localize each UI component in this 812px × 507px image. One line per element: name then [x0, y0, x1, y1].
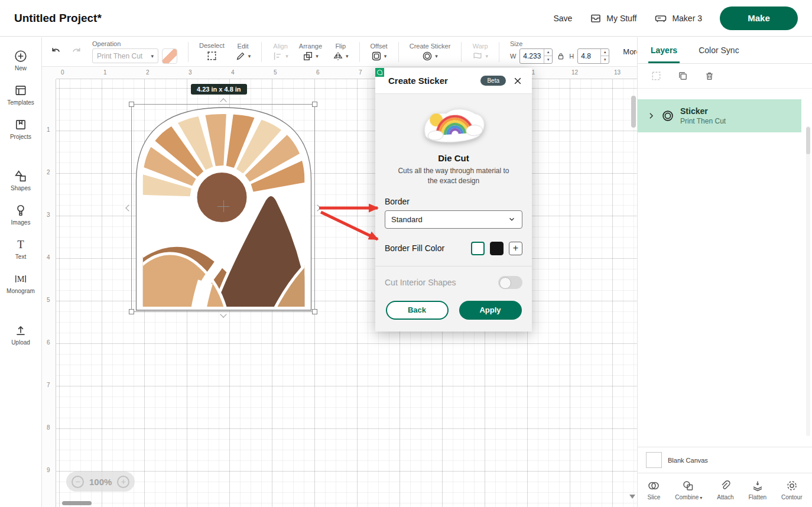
toolbar-divider: [188, 42, 189, 62]
size-label: Size: [510, 40, 522, 47]
make-button[interactable]: Make: [720, 6, 798, 30]
redo-button[interactable]: [69, 44, 85, 60]
duplicate-icon[interactable]: [677, 70, 688, 82]
chevron-down-icon: [508, 215, 516, 223]
resize-handle-top-right[interactable]: [312, 102, 317, 107]
layer-actions-row: [638, 64, 812, 89]
select-all-icon[interactable]: [651, 70, 662, 82]
combine-label: Combine: [675, 494, 699, 500]
combine-icon: [682, 480, 695, 492]
apply-button[interactable]: Apply: [459, 301, 522, 320]
zoom-level: 100%: [89, 477, 112, 487]
sidebar-label: Upload: [11, 339, 30, 346]
undo-button[interactable]: [48, 44, 64, 60]
width-steppers[interactable]: ▲▼: [544, 49, 552, 63]
step-up-icon[interactable]: ▲: [544, 49, 552, 57]
design-canvas[interactable]: 4.23 in x 4.8 in − 100% + 0 1 2 3 4 5 6 …: [42, 67, 637, 507]
new-icon: [14, 50, 27, 63]
blank-canvas-row[interactable]: Blank Canvas: [638, 447, 812, 473]
cut-interior-toggle[interactable]: [498, 276, 522, 289]
sidebar-item-upload[interactable]: Upload: [2, 320, 40, 350]
offset-icon: [371, 51, 382, 61]
expand-chevron-icon[interactable]: [647, 112, 655, 120]
top-bar: Untitled Project* Save My Stuff Maker 3 …: [0, 0, 812, 37]
operation-color-swatch[interactable]: [162, 48, 177, 64]
images-icon: [14, 204, 27, 217]
step-down-icon[interactable]: ▼: [544, 56, 552, 63]
lock-icon[interactable]: [556, 51, 566, 61]
height-input[interactable]: 4.8 ▲▼: [577, 48, 609, 64]
offset-tool[interactable]: Offset ▾: [368, 43, 391, 61]
close-icon[interactable]: [512, 75, 524, 87]
new-feature-icon: [375, 68, 384, 77]
height-steppers[interactable]: ▲▼: [600, 49, 609, 63]
chevron-down-icon: ▾: [285, 53, 288, 59]
horizontal-scrollbar-thumb[interactable]: [62, 501, 92, 505]
combine-button[interactable]: Combine▾: [675, 480, 702, 500]
selected-artwork[interactable]: [131, 104, 315, 312]
sidebar-item-templates[interactable]: Templates: [2, 80, 40, 110]
vertical-scrollbar[interactable]: [631, 93, 636, 499]
tab-layers[interactable]: Layers: [651, 37, 677, 63]
vertical-scrollbar-thumb[interactable]: [631, 96, 636, 128]
sticker-panel-title: Create Sticker: [388, 76, 448, 86]
flip-tool[interactable]: Flip ▾: [330, 43, 352, 61]
sidebar-item-images[interactable]: Images: [2, 200, 40, 230]
align-label: Align: [273, 43, 287, 50]
tab-color-sync[interactable]: Color Sync: [699, 37, 739, 63]
deselect-icon: [206, 50, 217, 61]
flatten-button[interactable]: Flatten: [748, 480, 766, 500]
trash-icon[interactable]: [704, 70, 715, 82]
edit-tool[interactable]: Edit ▾: [232, 43, 254, 61]
layer-item-sticker[interactable]: Sticker Print Then Cut: [638, 99, 801, 132]
width-input[interactable]: 4.233 ▲▼: [519, 48, 553, 64]
create-sticker-tool[interactable]: Create Sticker ▾: [407, 43, 454, 61]
templates-icon: [14, 84, 27, 97]
sidebar-item-projects[interactable]: Projects: [2, 114, 40, 144]
sidebar-item-monogram[interactable]: M Monogram: [2, 268, 40, 298]
black-fill-swatch[interactable]: [490, 242, 504, 255]
panel-scrollbar-thumb[interactable]: [806, 127, 810, 154]
step-down-icon[interactable]: ▼: [601, 56, 609, 63]
operation-select[interactable]: Print Then Cut ▾: [92, 48, 158, 63]
toolbar-divider: [359, 42, 360, 62]
my-stuff-button[interactable]: My Stuff: [590, 12, 636, 24]
slice-button[interactable]: Slice: [647, 480, 660, 500]
shapes-icon: [14, 170, 27, 183]
sidebar-item-shapes[interactable]: Shapes: [2, 165, 40, 196]
align-tool[interactable]: Align ▾: [269, 43, 291, 61]
arrange-tool[interactable]: Arrange ▾: [296, 43, 325, 61]
ruler-number: 5: [274, 69, 277, 76]
zoom-out-button[interactable]: −: [72, 476, 84, 488]
slice-icon: [647, 480, 660, 492]
warp-tool[interactable]: Warp ▾: [469, 43, 491, 61]
ruler-number: 6: [47, 339, 50, 346]
sidebar-item-text[interactable]: T Text: [2, 234, 40, 264]
ruler-number: 12: [571, 69, 578, 76]
back-button[interactable]: Back: [386, 301, 449, 320]
resize-handle-top-left[interactable]: [129, 102, 134, 107]
attach-button[interactable]: Attach: [717, 480, 733, 500]
scroll-down-arrow-icon[interactable]: [629, 495, 635, 499]
sidebar-item-new[interactable]: New: [2, 46, 40, 76]
text-icon: T: [14, 238, 27, 251]
contour-button[interactable]: Contour: [781, 480, 803, 500]
machine-selector[interactable]: Maker 3: [654, 12, 702, 24]
ruler-number: 8: [47, 424, 50, 431]
resize-handle-bottom-left[interactable]: [129, 309, 134, 314]
ruler-number: 1: [47, 126, 50, 133]
step-up-icon[interactable]: ▲: [601, 49, 609, 57]
border-select[interactable]: Standard: [385, 210, 522, 229]
canvas-grid[interactable]: 4.23 in x 4.8 in − 100% +: [56, 79, 637, 507]
toolbar-divider: [261, 42, 262, 62]
zoom-in-button[interactable]: +: [117, 476, 129, 488]
white-fill-swatch[interactable]: [471, 242, 485, 255]
save-button[interactable]: Save: [553, 14, 572, 23]
add-color-button[interactable]: +: [509, 242, 522, 255]
border-label: Border: [385, 197, 522, 206]
resize-handle-bottom-right[interactable]: [312, 309, 317, 314]
deselect-tool[interactable]: Deselect: [196, 42, 228, 61]
die-cut-title: Die Cut: [385, 153, 522, 163]
canvas-color-swatch[interactable]: [646, 452, 662, 468]
panel-scrollbar[interactable]: [806, 126, 810, 436]
